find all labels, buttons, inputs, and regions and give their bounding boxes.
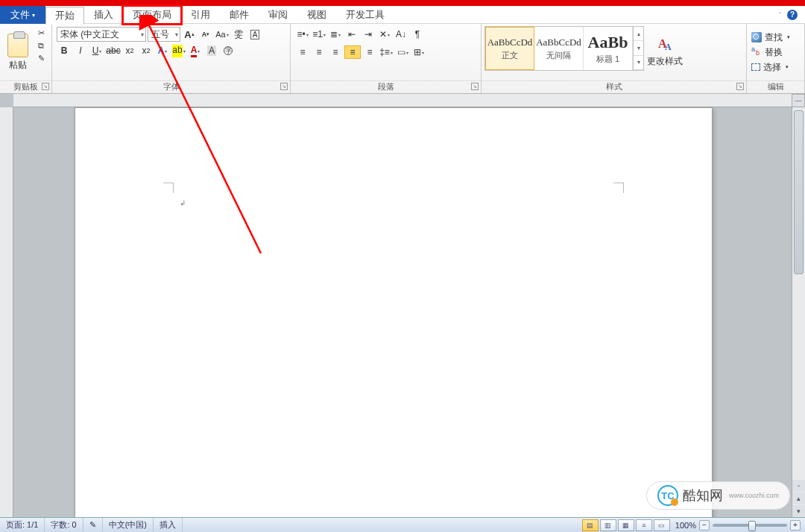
minimize-ribbon-icon[interactable]: ˇ <box>779 11 781 19</box>
format-painter-button[interactable]: ✎ <box>34 52 48 64</box>
underline-button[interactable]: U <box>89 43 104 58</box>
align-justify-button[interactable]: ≡ <box>344 45 361 59</box>
change-styles-button[interactable]: 更改样式 <box>647 26 683 78</box>
grow-font-button[interactable]: A▴ <box>182 27 197 42</box>
tab-home[interactable]: 开始 <box>45 7 84 25</box>
replace-icon <box>751 47 762 57</box>
style-preview: AaBb <box>588 33 628 52</box>
line-spacing-button[interactable]: ‡≡ <box>379 45 394 60</box>
clipboard-dialog-icon[interactable]: ↘ <box>42 83 49 90</box>
group-label-editing: 编辑 <box>747 80 804 93</box>
align-left-button[interactable]: ≡ <box>295 45 310 60</box>
group-clipboard: 粘贴 ✂ ⧉ ✎ 剪贴板↘ <box>0 24 52 93</box>
find-button[interactable]: 查找▾ <box>751 31 800 44</box>
ribbon: 粘贴 ✂ ⧉ ✎ 剪贴板↘ 宋体 (中文正文 五号 A▴ A▾ Aa 雯 A B <box>0 24 805 94</box>
subscript-button[interactable]: x2 <box>122 43 137 58</box>
help-icon[interactable]: ? <box>787 10 798 20</box>
change-case-button[interactable]: Aa <box>215 27 230 42</box>
group-paragraph: ≡• ≡1 ≣ ⇤ ⇥ ✕ A↓ ¶ ≡ ≡ ≡ ≡ ≡ ‡≡ ▭ ⊞ 段落↘ <box>291 24 482 93</box>
style-gallery: AaBbCcDd 正文 AaBbCcDd 无间隔 AaBb 标题 1 ▴▾▾ <box>484 26 644 71</box>
numbering-button[interactable]: ≡1 <box>312 27 326 42</box>
style-name: 正文 <box>502 50 518 61</box>
distribute-button[interactable]: ≡ <box>362 45 377 60</box>
style-name: 无间隔 <box>546 50 571 61</box>
style-item-nospacing[interactable]: AaBbCcDd 无间隔 <box>534 27 584 70</box>
font-dialog-icon[interactable]: ↘ <box>280 83 288 90</box>
font-size-combo[interactable]: 五号 <box>148 27 180 42</box>
show-marks-button[interactable]: ¶ <box>410 27 425 42</box>
shrink-font-button[interactable]: A▾ <box>198 27 213 42</box>
select-icon <box>751 63 760 71</box>
style-item-normal[interactable]: AaBbCcDd 正文 <box>485 27 534 70</box>
char-border-button[interactable]: A <box>247 27 262 42</box>
tab-references[interactable]: 引用 <box>181 6 220 24</box>
borders-button[interactable]: ⊞ <box>411 45 426 60</box>
align-right-button[interactable]: ≡ <box>328 45 343 60</box>
highlight-color-button[interactable]: ab <box>171 43 186 58</box>
group-label-paragraph: 段落↘ <box>291 80 481 93</box>
paste-button[interactable]: 粘贴 <box>3 25 32 79</box>
bold-button[interactable]: B <box>57 43 72 58</box>
text-effects-button[interactable]: A <box>155 43 170 58</box>
enclose-char-button[interactable]: 字 <box>221 43 236 58</box>
clipboard-icon <box>7 34 28 57</box>
tab-view[interactable]: 视图 <box>297 6 336 24</box>
style-name: 标题 1 <box>596 54 619 65</box>
asian-layout-button[interactable]: ✕ <box>377 27 392 42</box>
group-label-styles: 样式↘ <box>482 80 746 93</box>
font-color-button[interactable]: A <box>188 43 203 58</box>
group-styles: AaBbCcDd 正文 AaBbCcDd 无间隔 AaBb 标题 1 ▴▾▾ 更… <box>482 24 747 93</box>
tab-developer[interactable]: 开发工具 <box>336 6 394 24</box>
ribbon-tabs: 文件 开始 插入 页面布局 引用 邮件 审阅 视图 开发工具 ˇ ? <box>0 6 805 24</box>
group-editing: 查找▾ 替换 选择▾ 编辑 <box>747 24 805 93</box>
title-bar <box>0 0 805 6</box>
tab-file[interactable]: 文件 <box>0 6 45 24</box>
phonetic-guide-button[interactable]: 雯 <box>231 27 246 42</box>
group-label-font: 字体↘ <box>52 80 290 93</box>
group-font: 宋体 (中文正文 五号 A▴ A▾ Aa 雯 A B I U abc x2 x2… <box>52 24 291 93</box>
style-item-heading1[interactable]: AaBb 标题 1 <box>584 27 633 70</box>
tab-insert[interactable]: 插入 <box>84 6 123 24</box>
bullets-button[interactable]: ≡• <box>295 27 310 42</box>
paste-label: 粘贴 <box>9 59 27 72</box>
tab-mailings[interactable]: 邮件 <box>220 6 259 24</box>
tab-review[interactable]: 审阅 <box>259 6 297 24</box>
find-icon <box>751 32 762 42</box>
change-styles-label: 更改样式 <box>647 55 683 68</box>
sort-button[interactable]: A↓ <box>394 27 408 42</box>
shading-button[interactable]: ▭ <box>395 45 410 60</box>
italic-button[interactable]: I <box>73 43 88 58</box>
change-styles-icon <box>657 37 673 54</box>
select-button[interactable]: 选择▾ <box>751 60 800 74</box>
decrease-indent-button[interactable]: ⇤ <box>344 27 359 42</box>
cut-button[interactable]: ✂ <box>34 27 48 39</box>
strikethrough-button[interactable]: abc <box>106 43 121 58</box>
increase-indent-button[interactable]: ⇥ <box>361 27 376 42</box>
copy-button[interactable]: ⧉ <box>34 39 48 51</box>
group-label-clipboard: 剪贴板↘ <box>0 80 51 93</box>
styles-dialog-icon[interactable]: ↘ <box>736 83 744 90</box>
align-center-button[interactable]: ≡ <box>312 45 326 60</box>
replace-button[interactable]: 替换 <box>751 45 800 59</box>
tab-page-layout[interactable]: 页面布局 <box>123 6 181 24</box>
style-preview: AaBbCcDd <box>487 37 533 48</box>
superscript-button[interactable]: x2 <box>139 43 154 58</box>
font-name-combo[interactable]: 宋体 (中文正文 <box>57 27 146 42</box>
style-gallery-more[interactable]: ▴▾▾ <box>633 27 643 70</box>
char-shading-button[interactable]: A <box>204 43 219 58</box>
multilevel-list-button[interactable]: ≣ <box>328 27 343 42</box>
style-preview: AaBbCcDd <box>536 37 581 48</box>
paragraph-dialog-icon[interactable]: ↘ <box>471 83 479 90</box>
